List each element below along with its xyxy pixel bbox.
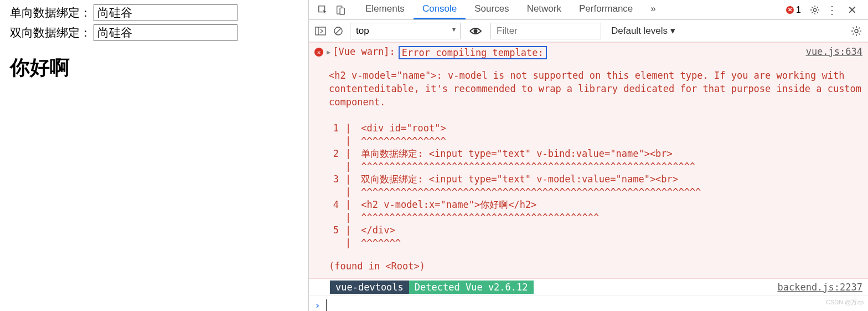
two-way-label: 双向数据绑定：	[10, 25, 91, 40]
line-num: 1	[329, 122, 345, 135]
filter-input[interactable]	[490, 23, 601, 39]
line-num: 2	[329, 147, 345, 160]
live-expression-icon[interactable]	[469, 26, 482, 37]
carets: ^^^^^^^^^^^^^^^	[361, 135, 446, 147]
tab-sources[interactable]: Sources	[466, 0, 518, 19]
line-num: 3	[329, 173, 345, 186]
console-output: ✕ ▶ [Vue warn]: Error compiling template…	[309, 42, 868, 311]
clear-console-icon[interactable]	[332, 26, 344, 37]
prompt-arrow-icon: ›	[314, 299, 321, 311]
error-title-highlighted: Error compiling template:	[399, 46, 547, 59]
carets: ^^^^^^^^^^^^^^^^^^^^^^^^^^^^^^^^^^^^^^^^…	[361, 186, 701, 198]
svg-point-3	[813, 8, 816, 11]
svg-rect-4	[316, 27, 326, 35]
svg-line-7	[335, 28, 341, 34]
two-way-binding-row: 双向数据绑定：	[10, 24, 298, 41]
code-listing: 1| <div id="root"> | ^^^^^^^^^^^^^^^ 2| …	[329, 122, 862, 249]
vue-detected-message: vue-devtools Detected Vue v2.6.12 backen…	[309, 279, 868, 296]
inspect-icon[interactable]	[318, 5, 328, 15]
settings-gear-icon[interactable]	[810, 5, 820, 15]
watermark: CSDN @万zp	[826, 298, 864, 307]
carets: ^^^^^^^^^^^^^^^^^^^^^^^^^^^^^^^^^^^^^^^^…	[361, 160, 695, 173]
context-value: top	[356, 26, 369, 36]
two-way-input[interactable]	[94, 24, 237, 41]
console-toolbar: top Default levels ▾	[309, 20, 868, 42]
toggle-sidebar-icon[interactable]	[314, 26, 327, 37]
code-text: </div>	[361, 224, 395, 237]
found-in-text: (found in <Root>)	[329, 261, 862, 272]
vue-warn-prefix: [Vue warn]:	[333, 46, 395, 57]
context-selector[interactable]: top	[350, 23, 461, 39]
error-message: ✕ ▶ [Vue warn]: Error compiling template…	[309, 42, 868, 279]
tab-performance[interactable]: Performance	[570, 0, 642, 19]
tab-console[interactable]: Console	[414, 0, 466, 19]
vue-version-badge: Detected Vue v2.6.12	[409, 281, 534, 294]
svg-point-9	[855, 29, 858, 33]
tab-elements[interactable]: Elements	[356, 0, 414, 19]
svg-rect-2	[340, 8, 344, 14]
svg-point-8	[474, 29, 478, 33]
greeting-heading: 你好啊	[10, 54, 298, 81]
code-text: <h2 v-model:x="name">你好啊</h2>	[361, 198, 536, 211]
error-body: <h2 v-model="name">: v-model is not supp…	[329, 69, 862, 109]
device-toggle-icon[interactable]	[335, 5, 345, 15]
vue-devtools-badge: vue-devtools	[330, 281, 409, 294]
one-way-label: 单向数据绑定：	[10, 5, 91, 21]
tab-more[interactable]: »	[642, 0, 664, 19]
error-icon: ✕	[786, 6, 794, 14]
line-num: 4	[329, 198, 345, 211]
webpage-content: 单向数据绑定： 双向数据绑定： 你好啊	[0, 0, 308, 311]
carets: ^^^^^^^^^^^^^^^^^^^^^^^^^^^^^^^^^^^^^^^^…	[361, 211, 599, 224]
error-count-badge[interactable]: ✕ 1	[784, 4, 803, 16]
code-text: 单向数据绑定: <input type="text" v-bind:value=…	[361, 147, 673, 160]
expand-arrow-icon[interactable]: ▶	[327, 48, 330, 56]
console-settings-icon[interactable]	[850, 26, 862, 37]
line-num: 5	[329, 224, 345, 237]
console-input[interactable]: ›	[309, 296, 868, 311]
more-menu-icon[interactable]: ⋮	[826, 3, 838, 17]
cursor	[326, 299, 327, 311]
tab-network[interactable]: Network	[518, 0, 570, 19]
error-count: 1	[796, 5, 801, 15]
devtools-tabs: Elements Console Sources Network Perform…	[356, 0, 665, 19]
carets: ^^^^^^^	[361, 237, 401, 249]
log-levels-dropdown[interactable]: Default levels ▾	[607, 23, 680, 39]
one-way-binding-row: 单向数据绑定：	[10, 4, 298, 21]
devtools-panel: Elements Console Sources Network Perform…	[308, 0, 868, 311]
devtools-tabbar: Elements Console Sources Network Perform…	[309, 0, 868, 20]
code-text: <div id="root">	[361, 122, 446, 135]
code-text: 双向数据绑定: <input type="text" v-model:value…	[361, 173, 678, 186]
close-devtools-icon[interactable]: ✕	[844, 3, 860, 17]
source-link-vue[interactable]: vue.js:634	[806, 46, 862, 57]
one-way-input[interactable]	[94, 4, 237, 21]
error-icon: ✕	[314, 48, 323, 57]
source-link-backend[interactable]: backend.js:2237	[777, 282, 862, 293]
